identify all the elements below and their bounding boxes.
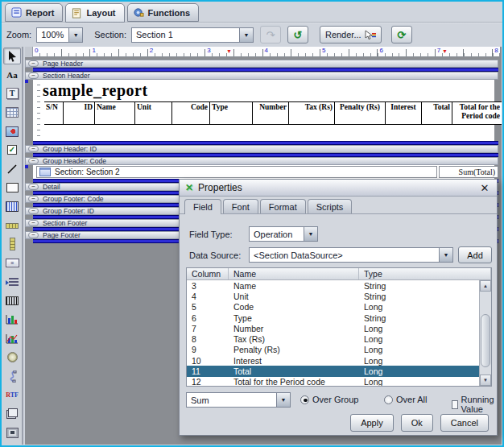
band-section-header[interactable]: − Section Header bbox=[25, 72, 498, 80]
tool-select-pointer[interactable] bbox=[3, 48, 21, 64]
running-value-checkbox[interactable]: Running Value bbox=[452, 395, 497, 414]
collapse-band-button[interactable]: − bbox=[28, 146, 39, 152]
report-column-header[interactable]: Total for the Period code bbox=[452, 101, 502, 125]
table-row[interactable]: 9 Penalty (Rs) Long bbox=[187, 345, 479, 355]
tool-rectangle[interactable] bbox=[3, 180, 21, 197]
table-scrollbar[interactable]: ▲ ▼ bbox=[479, 280, 491, 386]
close-icon[interactable]: ✕ bbox=[478, 182, 491, 194]
add-button[interactable]: Add bbox=[458, 246, 492, 263]
over-group-radio[interactable]: Over Group bbox=[300, 395, 358, 404]
table-row[interactable]: 7 Number Long bbox=[187, 323, 479, 333]
tool-barcode[interactable] bbox=[3, 292, 21, 309]
table-row[interactable]: 6 Type String bbox=[187, 312, 479, 323]
report-column-header[interactable]: Type bbox=[210, 101, 253, 125]
collapse-band-button[interactable]: − bbox=[28, 208, 39, 214]
report-column-header[interactable]: Penalty (Rs) bbox=[335, 101, 386, 125]
tab-functions[interactable]: Functions bbox=[127, 3, 200, 22]
ok-button[interactable]: Ok bbox=[401, 414, 433, 432]
tool-rich-text[interactable]: RTF bbox=[3, 387, 21, 404]
zoom-dropdown-arrow-icon[interactable]: ▼ bbox=[68, 28, 82, 42]
tool-globe[interactable] bbox=[3, 349, 21, 366]
column-header-name[interactable]: Name bbox=[229, 268, 359, 279]
checkbox-unchecked-icon[interactable] bbox=[452, 400, 458, 409]
sum-total-field[interactable]: Sum(Total) bbox=[439, 166, 498, 178]
tab-format[interactable]: Format bbox=[260, 199, 306, 213]
field-type-combobox[interactable]: Operation ▼ bbox=[249, 226, 318, 242]
tool-horizontal-gauge[interactable] bbox=[3, 217, 21, 234]
tab-field[interactable]: Field bbox=[184, 199, 221, 214]
band-section-header-content[interactable]: sample_report S/NIDNameUnitCodeTypeNumbe… bbox=[33, 80, 494, 141]
collapse-band-button[interactable]: − bbox=[28, 184, 39, 190]
undo-button[interactable]: ↺ bbox=[287, 26, 308, 43]
section-dropdown-arrow-icon[interactable]: ▼ bbox=[239, 28, 253, 42]
report-column-header[interactable]: ID bbox=[64, 101, 95, 125]
refresh-button[interactable]: ⟳ bbox=[391, 26, 412, 43]
report-column-header[interactable]: Number bbox=[253, 101, 289, 125]
report-column-header[interactable]: Unit bbox=[135, 101, 172, 125]
report-title[interactable]: sample_report bbox=[43, 81, 148, 100]
zoom-combobox[interactable]: 100% ▼ bbox=[36, 27, 83, 43]
tool-bar-chart[interactable] bbox=[3, 311, 21, 328]
ruler-marker-icon[interactable]: ▼ bbox=[442, 48, 448, 54]
collapse-band-button[interactable]: − bbox=[28, 196, 39, 202]
tool-picture-frame[interactable] bbox=[3, 424, 21, 441]
subsection-element[interactable]: Section: Section 2 bbox=[36, 166, 437, 178]
properties-dialog-titlebar[interactable]: ✕ Properties ✕ bbox=[180, 180, 497, 197]
tool-cube[interactable] bbox=[3, 405, 21, 422]
tool-table[interactable] bbox=[3, 104, 21, 121]
column-header-type[interactable]: Type bbox=[359, 268, 491, 279]
scroll-down-icon[interactable]: ▼ bbox=[480, 375, 491, 386]
tool-spline[interactable] bbox=[3, 368, 21, 385]
tool-indented-list[interactable] bbox=[3, 274, 21, 291]
tool-text-label[interactable]: Aa bbox=[3, 66, 21, 83]
collapse-band-button[interactable]: − bbox=[28, 158, 39, 164]
band-group-header-code-content[interactable]: Section: Section 2 Sum(Total) bbox=[33, 165, 494, 179]
over-all-radio[interactable]: Over All bbox=[384, 395, 428, 404]
radio-selected-icon[interactable] bbox=[300, 395, 309, 404]
report-column-header[interactable]: Code bbox=[172, 101, 210, 125]
field-type-dropdown-arrow-icon[interactable]: ▼ bbox=[304, 227, 317, 241]
collapse-band-button[interactable]: − bbox=[28, 60, 39, 67]
tab-layout[interactable]: Layout bbox=[65, 3, 124, 23]
tool-field-box[interactable]: ≡ bbox=[3, 255, 21, 271]
cancel-button[interactable]: Cancel bbox=[440, 414, 489, 432]
operation-combobox[interactable]: Sum ▼ bbox=[186, 392, 291, 408]
scroll-up-icon[interactable]: ▲ bbox=[480, 280, 491, 292]
ruler-marker-icon[interactable]: ▼ bbox=[226, 48, 232, 54]
collapse-band-button[interactable]: − bbox=[28, 220, 39, 226]
tool-grid[interactable] bbox=[3, 198, 21, 215]
report-column-header[interactable]: S/N bbox=[44, 101, 64, 125]
render-button[interactable]: Render... bbox=[320, 26, 382, 43]
tab-scripts[interactable]: Scripts bbox=[308, 199, 353, 213]
table-row[interactable]: 4 Unit String bbox=[187, 291, 479, 301]
operation-dropdown-arrow-icon[interactable]: ▼ bbox=[276, 393, 290, 407]
collapse-band-button[interactable]: − bbox=[28, 72, 39, 79]
band-page-header[interactable]: − Page Header bbox=[25, 60, 498, 68]
column-header-column[interactable]: Column bbox=[187, 268, 229, 279]
table-row[interactable]: 10 Interest Long bbox=[187, 355, 479, 366]
tool-checkbox[interactable]: ✓ bbox=[3, 142, 21, 159]
tool-line[interactable] bbox=[3, 160, 21, 177]
table-row[interactable]: 12 Total for the Period code Long bbox=[187, 377, 479, 386]
tool-text-field[interactable]: T bbox=[3, 85, 21, 102]
tab-font[interactable]: Font bbox=[223, 199, 258, 213]
tool-bar-line-chart[interactable] bbox=[3, 330, 21, 347]
band-handle[interactable] bbox=[25, 80, 28, 83]
tab-report[interactable]: Report bbox=[5, 3, 63, 22]
report-column-header[interactable]: Tax (Rs) bbox=[289, 101, 335, 125]
data-source-combobox[interactable]: <Section DataSource> ▼ bbox=[249, 247, 453, 263]
table-row[interactable]: 5 Code Long bbox=[187, 302, 479, 312]
data-source-dropdown-arrow-icon[interactable]: ▼ bbox=[439, 248, 452, 262]
redo-button[interactable]: ↷ bbox=[260, 26, 281, 43]
report-column-header[interactable]: Total bbox=[422, 101, 452, 125]
tool-image[interactable] bbox=[3, 123, 21, 140]
collapse-band-button[interactable]: − bbox=[28, 232, 39, 238]
band-group-header-code[interactable]: − Group Header: Code bbox=[25, 157, 498, 165]
table-row[interactable]: 11 Total Long bbox=[187, 366, 479, 376]
band-handle[interactable] bbox=[25, 165, 28, 168]
tool-vertical-gauge[interactable] bbox=[3, 236, 21, 253]
table-row[interactable]: 3 Name String bbox=[187, 280, 479, 291]
band-group-header-id[interactable]: − Group Header: ID bbox=[25, 145, 498, 153]
scrollbar-thumb[interactable] bbox=[481, 314, 490, 367]
radio-unselected-icon[interactable] bbox=[384, 395, 393, 404]
